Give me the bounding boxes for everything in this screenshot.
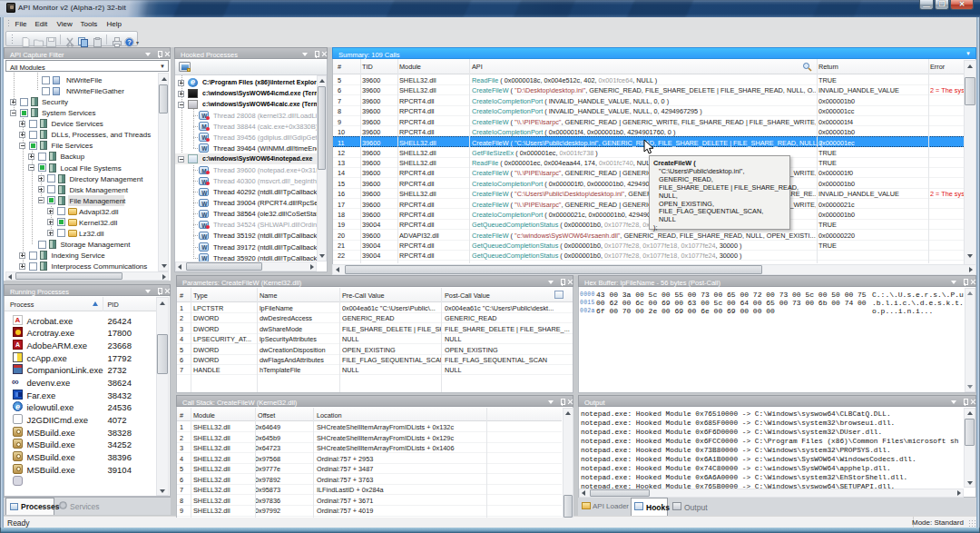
svg-text:?: ? [127, 38, 132, 46]
